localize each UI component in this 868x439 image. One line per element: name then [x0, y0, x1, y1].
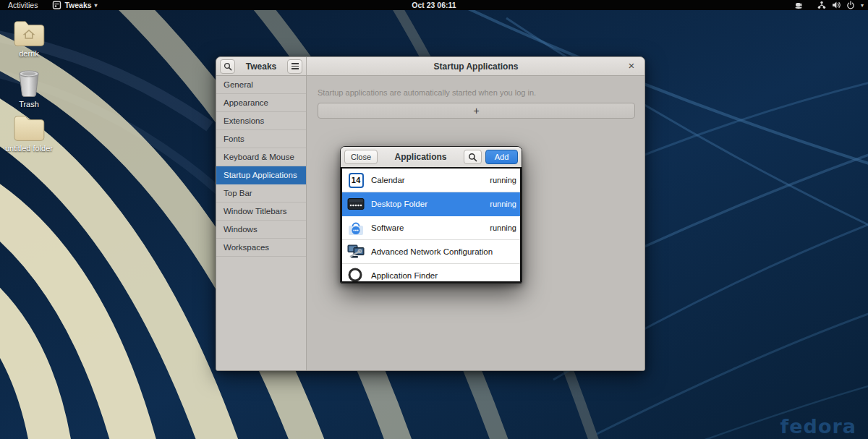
trash-icon: [14, 68, 44, 98]
search-button[interactable]: [220, 59, 235, 74]
home-folder-icon: [12, 17, 46, 48]
dialog-add-button[interactable]: Add: [485, 150, 518, 164]
desktop-icon-home[interactable]: derrik: [1, 17, 56, 58]
sidebar-item-fonts[interactable]: Fonts: [216, 130, 306, 148]
dialog-title: Applications: [381, 152, 460, 162]
sidebar-item-appearance[interactable]: Appearance: [216, 94, 306, 112]
network-icon[interactable]: [817, 1, 827, 9]
desktop-icon-label: untitled folder: [1, 144, 56, 153]
panel-title: Startup Applications: [434, 61, 519, 72]
applications-list: 14 Calendar running Desktop Folder runni…: [341, 167, 522, 283]
list-item-software[interactable]: Software running: [342, 216, 520, 240]
top-bar: Activities Tweaks ▾ Oct 23 06:11: [0, 0, 868, 10]
caret-down-icon[interactable]: ▾: [861, 2, 864, 9]
window-close-button[interactable]: ×: [624, 58, 639, 74]
startup-description: Startup applications are automatically s…: [318, 88, 536, 97]
status-label: running: [490, 176, 516, 184]
software-icon: [347, 219, 365, 236]
list-item-application-finder[interactable]: Application Finder: [342, 264, 520, 283]
tweaks-titlebar-right: Startup Applications ×: [307, 57, 644, 75]
add-startup-application-button[interactable]: +: [318, 103, 635, 119]
tweaks-titlebar[interactable]: Tweaks Startup Applications ×: [216, 57, 644, 76]
tweaks-sidebar: General Appearance Extensions Fonts Keyb…: [216, 76, 307, 370]
coffee-icon[interactable]: [794, 1, 804, 9]
sidebar-item-windows[interactable]: Windows: [216, 221, 306, 239]
list-item-advanced-network-configuration[interactable]: Advanced Network Configuration: [342, 240, 520, 264]
dialog-search-button[interactable]: [464, 150, 482, 164]
dialog-titlebar[interactable]: Close Applications Add: [341, 147, 522, 167]
sidebar-item-general[interactable]: General: [216, 76, 306, 94]
desktop-folder-icon: [347, 195, 365, 213]
desktop-icon-label: Trash: [1, 100, 56, 108]
search-icon: [224, 62, 232, 71]
list-item-desktop-folder[interactable]: Desktop Folder running: [342, 192, 520, 216]
folder-icon: [12, 112, 46, 142]
desktop-icon-trash[interactable]: Trash: [1, 68, 56, 108]
clock[interactable]: Oct 23 06:11: [0, 1, 868, 9]
sidebar-item-workspaces[interactable]: Workspaces: [216, 239, 306, 257]
menu-button[interactable]: [287, 59, 302, 74]
tweaks-title: Tweaks: [246, 61, 276, 72]
power-icon[interactable]: [846, 1, 856, 9]
fedora-wordmark: fedora: [780, 415, 856, 438]
status-label: running: [490, 200, 516, 208]
network-config-icon: [347, 243, 365, 260]
volume-icon[interactable]: [832, 1, 841, 9]
sidebar-item-keyboard-mouse[interactable]: Keyboard & Mouse: [216, 148, 306, 166]
list-item-calendar[interactable]: 14 Calendar running: [342, 169, 520, 192]
sidebar-item-top-bar[interactable]: Top Bar: [216, 184, 306, 203]
search-icon: [468, 153, 477, 162]
sidebar-item-window-titlebars[interactable]: Window Titlebars: [216, 203, 306, 221]
sidebar-item-startup-applications[interactable]: Startup Applications: [216, 166, 306, 184]
tweaks-titlebar-left: Tweaks: [216, 57, 307, 75]
sidebar-item-extensions[interactable]: Extensions: [216, 112, 306, 130]
applications-dialog: Close Applications Add 14 Calendar runni…: [340, 146, 522, 284]
desktop-icon-label: derrik: [1, 49, 56, 58]
status-label: running: [490, 223, 516, 232]
desktop-icon-untitled-folder[interactable]: untitled folder: [1, 112, 56, 153]
app-finder-icon: [347, 267, 365, 283]
calendar-icon: 14: [347, 171, 365, 189]
dialog-close-button[interactable]: Close: [344, 150, 378, 164]
hamburger-icon: [292, 63, 299, 69]
